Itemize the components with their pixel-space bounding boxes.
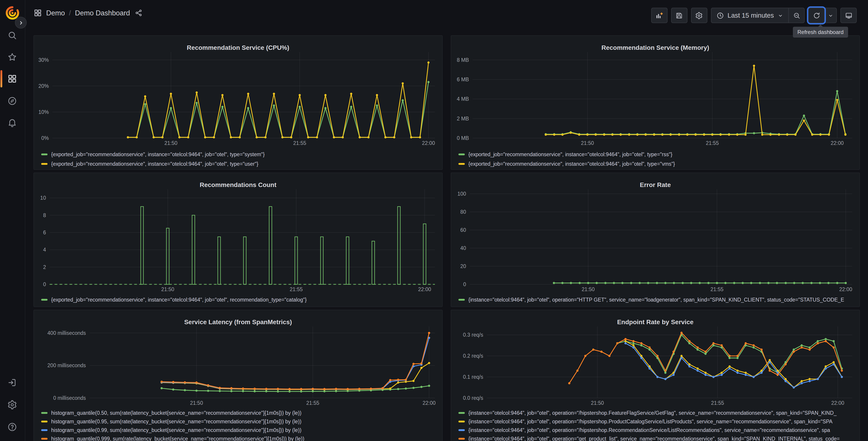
screenshot: Demo / Demo Dashboard bbox=[0, 0, 868, 441]
svg-text:22:00: 22:00 bbox=[422, 140, 435, 146]
share-icon[interactable] bbox=[135, 9, 143, 17]
legend-label: histogram_quantile(0.95, sum(rate(latenc… bbox=[51, 419, 301, 424]
breadcrumb-page[interactable]: Demo Dashboard bbox=[75, 9, 130, 17]
breadcrumb-separator: / bbox=[69, 9, 71, 17]
svg-text:20%: 20% bbox=[38, 83, 49, 89]
question-circle-icon[interactable] bbox=[7, 422, 17, 432]
svg-text:21:50: 21:50 bbox=[581, 140, 594, 146]
svg-text:400 milliseconds: 400 milliseconds bbox=[48, 330, 86, 336]
panel-recommendations-count: Recommendations Count 024681021:5021:552… bbox=[33, 173, 443, 307]
star-icon[interactable] bbox=[7, 52, 17, 62]
svg-text:4 MB: 4 MB bbox=[457, 96, 469, 102]
legend-item[interactable]: {exported_job="recommendationservice", i… bbox=[41, 150, 439, 159]
search-icon[interactable] bbox=[7, 30, 17, 40]
legend-swatch bbox=[459, 412, 465, 414]
explore-compass-icon[interactable] bbox=[7, 96, 17, 106]
legend-item[interactable]: {exported_job="recommendationservice", i… bbox=[41, 295, 439, 304]
alerting-bell-icon[interactable] bbox=[7, 118, 17, 128]
zoom-out-button[interactable] bbox=[788, 8, 804, 23]
svg-text:21:55: 21:55 bbox=[711, 400, 724, 406]
legend-item[interactable]: histogram_quantile(0.50, sum(rate(latenc… bbox=[41, 409, 439, 417]
breadcrumb-section[interactable]: Demo bbox=[46, 9, 65, 17]
svg-text:0.0 req/s: 0.0 req/s bbox=[463, 395, 483, 401]
time-range-label: Last 15 minutes bbox=[727, 12, 774, 19]
legend-item[interactable]: histogram_quantile(0.99, sum(rate(latenc… bbox=[41, 426, 439, 435]
gear-icon bbox=[695, 11, 703, 19]
add-panel-icon bbox=[655, 11, 663, 19]
plot-area[interactable]: 0 milliseconds200 milliseconds400 millis… bbox=[37, 324, 439, 407]
legend-item[interactable]: histogram_quantile(0.999, sum(rate(laten… bbox=[41, 435, 439, 441]
svg-text:21:55: 21:55 bbox=[293, 140, 306, 146]
dashboard-settings-button[interactable] bbox=[691, 8, 707, 23]
svg-text:21:55: 21:55 bbox=[306, 400, 319, 406]
gear-icon[interactable] bbox=[7, 400, 17, 410]
legend: {instance="otelcol:9464", job="otel", op… bbox=[459, 295, 857, 304]
legend-label: histogram_quantile(0.50, sum(rate(latenc… bbox=[51, 410, 301, 416]
panel-recommendation-memory: Recommendation Service (Memory) 0 MB2 MB… bbox=[451, 35, 860, 170]
panel-endpoint-rate: Endpoint Rate by Service 0.0 req/s0.1 re… bbox=[451, 310, 860, 441]
time-range-picker[interactable]: Last 15 minutes bbox=[711, 8, 788, 23]
svg-text:2: 2 bbox=[43, 264, 46, 270]
legend-swatch bbox=[459, 438, 465, 439]
dashboard-toolbar: Last 15 minutes bbox=[651, 8, 857, 23]
legend-label: {instance="otelcol:9464", job="otel", op… bbox=[468, 436, 840, 441]
refresh-button[interactable] bbox=[809, 8, 824, 23]
legend: histogram_quantile(0.50, sum(rate(latenc… bbox=[41, 409, 439, 441]
legend-item[interactable]: {exported_job="recommendationservice", i… bbox=[459, 159, 857, 169]
refresh-interval-button[interactable] bbox=[824, 8, 836, 23]
svg-text:0: 0 bbox=[43, 282, 46, 287]
legend-item[interactable]: {instance="otelcol:9464", job="otel", op… bbox=[459, 435, 857, 441]
legend-item[interactable]: {instance="otelcol:9464", job="otel", op… bbox=[459, 417, 857, 426]
legend-swatch bbox=[41, 429, 48, 431]
legend-item[interactable]: histogram_quantile(0.95, sum(rate(latenc… bbox=[41, 417, 439, 426]
svg-text:30%: 30% bbox=[38, 57, 49, 63]
legend-label: histogram_quantile(0.99, sum(rate(latenc… bbox=[51, 428, 301, 433]
kiosk-mode-button[interactable] bbox=[840, 8, 857, 23]
dashboards-apps-grid-icon[interactable] bbox=[7, 74, 17, 84]
svg-text:22:00: 22:00 bbox=[423, 400, 436, 406]
legend-label: {exported_job="recommendationservice", i… bbox=[468, 161, 675, 167]
legend-swatch bbox=[41, 299, 48, 300]
plot-area[interactable]: 024681021:5021:5522:00 bbox=[37, 186, 439, 293]
legend-label: {instance="otelcol:9464", job="otel", op… bbox=[468, 410, 837, 416]
legend-swatch bbox=[41, 412, 48, 414]
svg-text:0: 0 bbox=[463, 282, 466, 287]
chevron-right-icon bbox=[18, 20, 23, 25]
legend-swatch bbox=[41, 163, 48, 165]
legend-item[interactable]: {instance="otelcol:9464", job="otel", op… bbox=[459, 426, 857, 435]
sidebar-expand-button[interactable] bbox=[15, 17, 27, 29]
plot-area[interactable]: 0 MB2 MB4 MB6 MB8 MB21:5021:5522:00 bbox=[454, 49, 857, 147]
svg-text:21:50: 21:50 bbox=[582, 286, 595, 292]
svg-text:0%: 0% bbox=[41, 135, 49, 141]
svg-text:21:55: 21:55 bbox=[290, 286, 303, 292]
breadcrumb: Demo / Demo Dashboard bbox=[33, 9, 143, 17]
add-panel-button[interactable] bbox=[651, 8, 667, 23]
time-picker-group: Last 15 minutes bbox=[711, 8, 805, 23]
plot-area[interactable]: 02040608010021:5021:5522:00 bbox=[454, 186, 857, 293]
svg-text:2 MB: 2 MB bbox=[457, 116, 469, 122]
svg-text:0.2 req/s: 0.2 req/s bbox=[463, 353, 483, 359]
legend-swatch bbox=[459, 299, 465, 300]
svg-text:8 MB: 8 MB bbox=[457, 57, 469, 63]
legend-item[interactable]: {exported_job="recommendationservice", i… bbox=[459, 150, 857, 159]
svg-text:6: 6 bbox=[43, 230, 46, 235]
save-dashboard-button[interactable] bbox=[671, 8, 687, 23]
legend-item[interactable]: {instance="otelcol:9464", job="otel", op… bbox=[459, 295, 857, 304]
sign-in-icon[interactable] bbox=[7, 378, 17, 388]
svg-text:22:00: 22:00 bbox=[418, 286, 431, 292]
plot-area[interactable]: 0.0 req/s0.1 req/s0.2 req/s0.3 req/s21:5… bbox=[454, 324, 857, 407]
legend-swatch bbox=[459, 153, 465, 155]
plot-area[interactable]: 0%10%20%30%21:5021:5522:00 bbox=[37, 49, 439, 147]
tooltip-text: Refresh dashboard bbox=[797, 29, 843, 35]
legend-item[interactable]: {exported_job="recommendationservice", i… bbox=[41, 159, 439, 169]
monitor-icon bbox=[845, 11, 852, 19]
svg-text:0 milliseconds: 0 milliseconds bbox=[53, 395, 86, 401]
chevron-down-icon bbox=[777, 12, 783, 18]
svg-text:200 milliseconds: 200 milliseconds bbox=[48, 362, 86, 368]
panel-service-latency: Service Latency (from SpanMetrics) 0 mil… bbox=[33, 310, 443, 441]
svg-text:80: 80 bbox=[460, 209, 466, 215]
svg-text:0.1 req/s: 0.1 req/s bbox=[463, 374, 483, 380]
legend-item[interactable]: {instance="otelcol:9464", job="otel", op… bbox=[459, 409, 857, 417]
legend: {exported_job="recommendationservice", i… bbox=[41, 150, 439, 169]
zoom-out-icon bbox=[793, 11, 800, 19]
